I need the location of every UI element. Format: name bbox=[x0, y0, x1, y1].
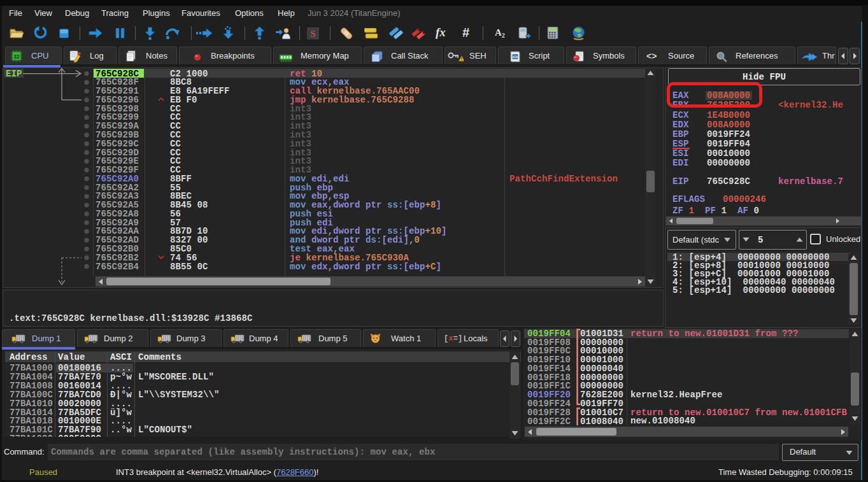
svg-text:32: 32 bbox=[13, 53, 20, 60]
svg-text:<>: <> bbox=[513, 55, 518, 60]
svg-text:!: ! bbox=[461, 57, 462, 61]
svg-text:S: S bbox=[310, 29, 315, 39]
